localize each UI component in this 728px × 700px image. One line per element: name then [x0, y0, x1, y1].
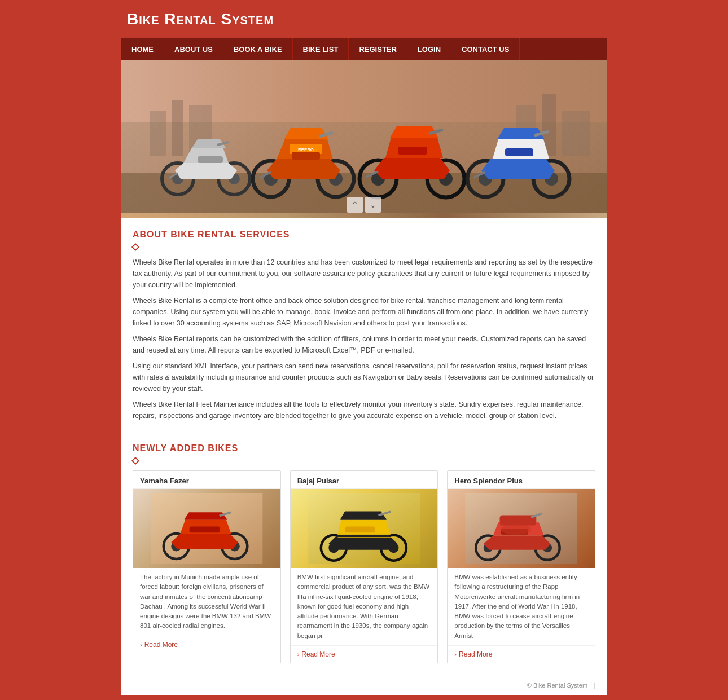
- read-more-chevron-pulsar: ›: [297, 651, 300, 658]
- bike-desc-pulsar: BMW first significant aircraft engine, a…: [291, 568, 438, 645]
- footer-text: © Bike Rental System: [527, 682, 587, 689]
- svg-rect-39: [398, 147, 427, 155]
- svg-marker-56: [171, 534, 238, 549]
- svg-rect-60: [190, 526, 220, 532]
- bike-name-fazer: Yamaha Fazer: [133, 471, 280, 489]
- about-para-3: Wheels Bike Rental reports can be custom…: [133, 333, 595, 356]
- about-para-5: Wheels Bike Rental Fleet Maintenance inc…: [133, 399, 595, 421]
- about-para-2: Wheels Bike Rental is a complete front o…: [133, 295, 595, 329]
- hero-banner: REPSО: [121, 60, 607, 218]
- bike-name-pulsar: Bajaj Pulsar: [291, 471, 438, 489]
- bike-desc-fazer: The factory in Munich made ample use of …: [133, 568, 280, 636]
- svg-rect-2: [150, 111, 166, 156]
- svg-rect-70: [345, 526, 375, 532]
- svg-marker-25: [284, 128, 329, 139]
- nav-contact-us[interactable]: CONTACT US: [451, 38, 520, 60]
- svg-rect-7: [562, 111, 590, 156]
- nav-about-us[interactable]: ABOUT US: [164, 38, 223, 60]
- svg-rect-17: [198, 156, 223, 163]
- nav-book-a-bike[interactable]: BOOK A BIKE: [223, 38, 293, 60]
- nav-login[interactable]: LOGIN: [407, 38, 451, 60]
- svg-rect-3: [172, 100, 183, 156]
- bike-card-pulsar: Bajaj Pulsar: [290, 470, 438, 663]
- bike-image-pulsar: [291, 489, 438, 568]
- read-more-splendor[interactable]: › Read More: [448, 645, 595, 663]
- nav-register[interactable]: REGISTER: [349, 38, 407, 60]
- footer-divider: |: [594, 682, 595, 689]
- read-more-pulsar[interactable]: › Read More: [291, 645, 438, 663]
- bike-desc-splendor: BMW was established as a business entity…: [448, 568, 595, 645]
- bikes-title: NEWLY ADDED BIKES: [133, 443, 595, 454]
- hero-prev-btn[interactable]: ⌃: [347, 197, 363, 213]
- svg-marker-35: [374, 158, 450, 179]
- read-more-chevron-splendor: ›: [454, 651, 457, 658]
- bikes-section: NEWLY ADDED BIKES Yamaha Fazer: [121, 432, 607, 675]
- about-divider: [131, 243, 139, 251]
- svg-rect-49: [505, 148, 533, 156]
- about-para-1: Wheels Bike Rental operates in more than…: [133, 257, 595, 290]
- read-more-label-pulsar: Read More: [301, 650, 335, 658]
- svg-marker-77: [484, 536, 551, 550]
- svg-text:REPSО: REPSО: [298, 147, 314, 152]
- svg-rect-29: [292, 152, 320, 160]
- bikes-grid: Yamaha Fazer: [133, 470, 595, 663]
- read-more-label-fazer: Read More: [144, 641, 178, 649]
- bike-image-fazer: [133, 489, 280, 568]
- about-section: ABOUT BIKE RENTAL SERVICES Wheels Bike R…: [121, 218, 607, 432]
- nav-home[interactable]: HOME: [121, 38, 164, 60]
- bike-name-splendor: Hero Splendor Plus: [448, 471, 595, 489]
- nav-bike-list[interactable]: BIKE LIST: [293, 38, 349, 60]
- svg-marker-13: [175, 163, 237, 179]
- svg-marker-23: [267, 159, 340, 179]
- svg-point-82: [501, 525, 532, 535]
- navbar: HOME ABOUT US BOOK A BIKE BIKE LIST REGI…: [121, 38, 607, 60]
- hero-next-btn[interactable]: ⌄: [365, 197, 381, 213]
- svg-rect-79: [500, 516, 537, 526]
- read-more-fazer[interactable]: › Read More: [133, 636, 280, 653]
- read-more-chevron-fazer: ›: [140, 641, 142, 648]
- bike-card-fazer: Yamaha Fazer: [133, 470, 281, 663]
- svg-marker-45: [481, 159, 555, 179]
- about-title: ABOUT BIKE RENTAL SERVICES: [133, 230, 595, 240]
- bike-card-splendor: Hero Splendor Plus: [447, 470, 595, 663]
- hero-controls: ⌃ ⌄: [347, 197, 381, 213]
- site-title: Bike Rental System: [127, 10, 274, 28]
- about-para-4: Using our standard XML interface, your p…: [133, 360, 595, 394]
- bike-image-splendor: [448, 489, 595, 568]
- read-more-label-splendor: Read More: [459, 650, 492, 658]
- bikes-divider: [131, 457, 139, 465]
- svg-marker-66: [328, 535, 397, 550]
- footer: © Bike Rental System |: [121, 675, 607, 695]
